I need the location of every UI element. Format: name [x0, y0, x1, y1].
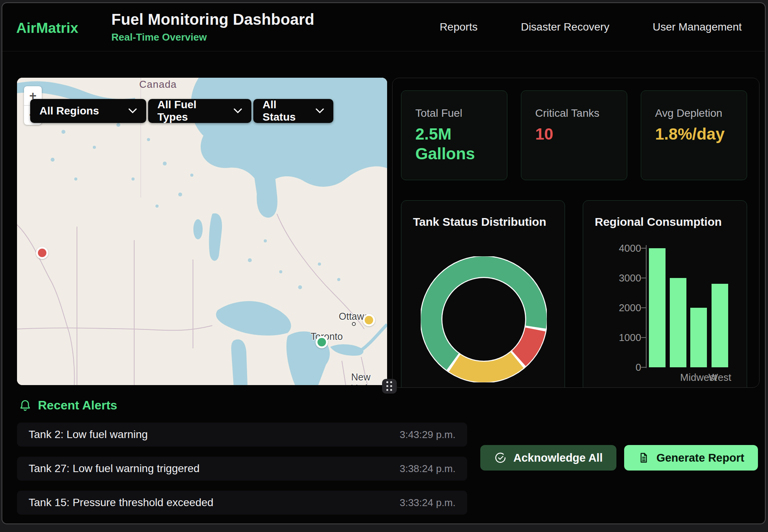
y-axis-tick-mark	[641, 248, 646, 249]
drag-handle[interactable]	[382, 379, 397, 394]
y-axis-tick-label: 2000	[618, 302, 641, 314]
consumption-bar	[690, 308, 707, 367]
check-circle-icon	[494, 452, 507, 464]
tank-status-chart-card: Tank Status Distribution	[401, 200, 565, 388]
main-nav: Reports Disaster Recovery User Managemen…	[440, 21, 742, 33]
tank-marker-critical[interactable]	[36, 247, 48, 259]
x-axis-label: West	[693, 372, 747, 384]
status-filter-dropdown[interactable]: All Status	[253, 99, 333, 123]
chevron-down-icon	[316, 108, 324, 114]
y-axis-tick-label: 4000	[618, 242, 641, 254]
y-axis-tick-label: 0	[618, 361, 641, 373]
y-axis-tick-label: 3000	[618, 272, 641, 284]
stat-value: 1.8%/day	[655, 124, 733, 144]
alert-row[interactable]: Tank 2: Low fuel warning 3:43:29 p.m.	[17, 423, 467, 447]
chevron-down-icon	[234, 108, 242, 114]
generate-report-button[interactable]: Generate Report	[624, 445, 758, 471]
consumption-bar	[649, 248, 666, 367]
stat-cards: Total Fuel 2.5M Gallons Critical Tanks 1…	[401, 90, 747, 180]
title-block: Fuel Monitoring Dashboard Real-Time Over…	[111, 11, 314, 43]
document-icon	[638, 452, 649, 464]
page-title: Fuel Monitoring Dashboard	[111, 11, 314, 28]
y-axis-tick-label: 1000	[618, 332, 641, 343]
map-filters: All Regions All Fuel Types All Status	[30, 99, 333, 123]
page-subtitle: Real-Time Overview	[111, 31, 314, 43]
stat-label: Total Fuel	[415, 107, 493, 119]
consumption-bar	[670, 278, 686, 367]
status-filter-label: All Status	[263, 99, 309, 123]
chart-title: Regional Consumption	[595, 215, 722, 228]
region-filter-dropdown[interactable]: All Regions	[30, 99, 146, 123]
overview-panel: Total Fuel 2.5M Gallons Critical Tanks 1…	[392, 78, 759, 388]
y-axis-line	[646, 245, 647, 368]
alert-message: Tank 27: Low fuel warning triggered	[29, 462, 200, 475]
ottawa-town-dot	[352, 322, 356, 326]
map-label-canada: Canada	[139, 78, 177, 90]
alerts-header: Recent Alerts	[19, 398, 117, 413]
header: AirMatrix Fuel Monitoring Dashboard Real…	[2, 3, 765, 51]
acknowledge-all-button[interactable]: Acknowledge All	[480, 445, 616, 471]
fuel-type-filter-label: All Fuel Types	[157, 99, 227, 123]
nav-item-disaster-recovery[interactable]: Disaster Recovery	[521, 21, 609, 33]
alert-row[interactable]: Tank 27: Low fuel warning triggered 3:38…	[17, 457, 467, 481]
acknowledge-all-label: Acknowledge All	[514, 452, 603, 464]
stat-card-critical-tanks: Critical Tanks 10	[521, 90, 627, 180]
chart-title: Tank Status Distribution	[413, 215, 546, 228]
y-axis-tick-mark	[641, 367, 646, 368]
tank-marker-warning[interactable]	[363, 314, 375, 326]
brand-logo[interactable]: AirMatrix	[16, 20, 78, 36]
alerts-title: Recent Alerts	[38, 398, 117, 413]
nav-item-user-management[interactable]: User Management	[653, 21, 742, 33]
nav-item-reports[interactable]: Reports	[440, 21, 478, 33]
y-axis-tick-mark	[641, 278, 646, 278]
alert-time: 3:33:24 p.m.	[399, 497, 456, 509]
tank-status-donut	[421, 256, 547, 382]
app-window: AirMatrix Fuel Monitoring Dashboard Real…	[2, 2, 766, 524]
bell-icon	[19, 399, 32, 413]
alert-message: Tank 2: Low fuel warning	[29, 428, 148, 441]
stat-value: 10	[535, 124, 613, 144]
fuel-type-filter-dropdown[interactable]: All Fuel Types	[148, 99, 251, 123]
stat-value: 2.5M Gallons	[415, 124, 493, 164]
alert-message: Tank 15: Pressure threshold exceeded	[29, 496, 213, 509]
stat-card-avg-depletion: Avg Depletion 1.8%/day	[641, 90, 747, 180]
y-axis-tick-mark	[641, 337, 646, 338]
region-filter-label: All Regions	[39, 105, 99, 117]
alert-time: 3:38:24 p.m.	[399, 463, 456, 475]
alert-row[interactable]: Tank 15: Pressure threshold exceeded 3:3…	[17, 491, 467, 515]
stat-label: Critical Tanks	[535, 107, 613, 119]
regional-consumption-chart-card: Regional Consumption 01000200030004000Mi…	[583, 200, 747, 388]
consumption-bar	[712, 284, 728, 367]
stat-label: Avg Depletion	[655, 107, 733, 119]
tank-marker-normal[interactable]	[316, 336, 328, 348]
stat-card-total-fuel: Total Fuel 2.5M Gallons	[401, 90, 507, 180]
y-axis-tick-mark	[641, 307, 646, 308]
generate-report-label: Generate Report	[656, 452, 744, 464]
alert-time: 3:43:29 p.m.	[399, 429, 456, 441]
tank-map[interactable]: Canada + − All Regions All Fuel Types Al…	[17, 78, 387, 385]
chevron-down-icon	[128, 108, 137, 114]
